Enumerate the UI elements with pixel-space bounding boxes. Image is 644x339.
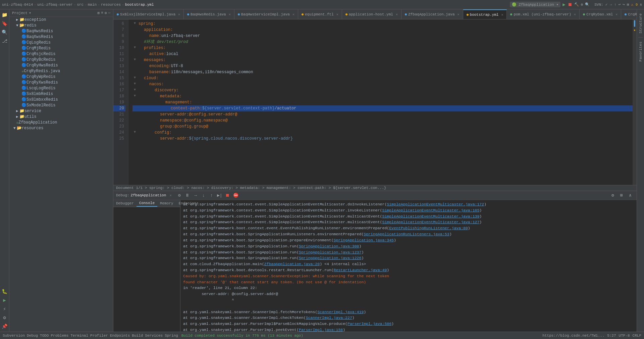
cursor-position[interactable]: 5:27	[607, 334, 616, 338]
debug-resume[interactable]: ⚙	[176, 192, 183, 199]
tree-item-cqlogredis[interactable]: 🔵 CqLogRedis	[9, 40, 113, 45]
tree-item-service[interactable]: ▶ 📁 service	[9, 108, 113, 114]
tree-item-sx8lmbredis[interactable]: 🔵 Sx8lmbRedis	[9, 91, 113, 97]
settings-button[interactable]: ⚙	[581, 2, 583, 7]
tab-close[interactable]: ✕	[615, 12, 618, 16]
fold-icon[interactable]: ▼	[134, 57, 139, 62]
fold-icon[interactable]: ▼	[134, 45, 139, 50]
tab-close[interactable]: ✕	[292, 12, 294, 16]
tree-collapse-icon[interactable]: ≡	[101, 11, 103, 15]
link-eventPublishingRunListener-80[interactable]: EventPublishingRunListener.java:80	[389, 226, 468, 230]
link-parserImpl-586[interactable]: ParserImpl.java:586	[347, 322, 391, 326]
tab-crqrydao[interactable]: CrqRyDao.xml ✕	[580, 9, 621, 19]
dropdown-icon[interactable]: ▾	[29, 11, 31, 15]
tree-item-baqhwsredis[interactable]: 🔵 BaqHwsRedis	[9, 28, 113, 34]
tab-apphost[interactable]: application-host.yml ✕	[342, 9, 401, 19]
terminal-tab[interactable]: Terminal	[70, 334, 88, 338]
problems-tab[interactable]: Problems	[51, 334, 68, 338]
todo-tab[interactable]: TODO	[40, 334, 49, 338]
run-button[interactable]: ▶	[562, 2, 565, 7]
fold-icon[interactable]: ▼	[134, 87, 139, 92]
tree-item-crqrsjcredis[interactable]: 🔵 CrqRsjcRedis	[9, 51, 113, 57]
tree-item-redis[interactable]: ▼ 📂 redis	[9, 22, 113, 28]
debug-step-out[interactable]: ↑	[208, 192, 215, 199]
debug-status-tab[interactable]: Debug	[27, 334, 38, 338]
subtab-console[interactable]: Console	[137, 200, 157, 207]
build-button[interactable]: 🔨	[574, 2, 579, 7]
link-springApplicationRunListeners-53[interactable]: SpringApplicationRunListeners.java:53	[364, 232, 449, 236]
debug-session-name[interactable]: ZfbaqApplication ✕	[131, 193, 172, 197]
favorites-panel-toggle[interactable]: Favorites	[638, 40, 643, 63]
tab-zfbaqapp[interactable]: ZfbaqApplication.java ✕	[401, 9, 463, 19]
link-parserImpl-158[interactable]: ParserImpl.java:158	[299, 328, 343, 332]
debug-settings-icon[interactable]: ⚙	[609, 192, 616, 199]
tree-item-zfbaqapp[interactable]: ☕ ZfbaqApplication	[9, 119, 113, 125]
tree-item-sxmodelredis[interactable]: 🔵 SxModelRedis	[9, 102, 113, 108]
debug-run-cursor[interactable]: ▶|	[216, 192, 223, 199]
tree-item-crqrybcredis[interactable]: 🔵 CrqRyBcRedis	[9, 57, 113, 62]
tree-item-resources[interactable]: ▼ 📂 resources	[9, 125, 113, 131]
link-restartLauncher-49[interactable]: RestartLauncher.java:49	[334, 268, 387, 272]
tree-gear-icon[interactable]: ⚙	[105, 11, 107, 15]
tree-item-utils[interactable]: ▶ 📁 utils	[9, 114, 113, 119]
spring-tab[interactable]: Spring	[165, 334, 178, 338]
endpoints-status-tab[interactable]: Endpoints	[110, 334, 130, 338]
link-scannerImpl-227[interactable]: ScannerImpl.java:227	[306, 316, 352, 320]
tab-bootstrap[interactable]: bootstrap.yml ✕	[463, 9, 507, 19]
tree-item-crqryhwsredis[interactable]: 🔵 CrqRyHwsRedis	[9, 62, 113, 68]
editor-scroll-indicator[interactable]	[633, 19, 637, 185]
tab-close[interactable]: ✕	[574, 12, 576, 16]
encoding-info[interactable]: UTF-8	[619, 334, 630, 338]
run-icon[interactable]: ▶	[1, 296, 9, 304]
vcs-icon[interactable]: ⎇	[1, 37, 9, 45]
breadcrumb-part-3[interactable]: src	[77, 3, 84, 7]
build-tab[interactable]: Build	[132, 334, 143, 338]
subtab-memory[interactable]: Memory	[157, 200, 176, 207]
tree-item-sx8lmbxxredis[interactable]: 🔵 Sx8lmbxxRedis	[9, 97, 113, 102]
vcs-button[interactable]: ⊞	[627, 2, 629, 7]
fold-icon[interactable]: ▼	[134, 93, 139, 98]
search-button[interactable]: 🔍	[585, 2, 590, 7]
breadcrumb-part-5[interactable]: resources	[101, 3, 121, 7]
stop-button[interactable]: ⏹	[568, 2, 572, 7]
tree-item-lscqlogredis[interactable]: 🔵 LscqLogRedis	[9, 85, 113, 91]
tree-item-crqmjredis[interactable]: 🔵 CrqMjRedis	[9, 45, 113, 51]
breadcrumb-part-2[interactable]: uni-zfbaq-server	[37, 3, 73, 7]
link-scannerImpl-419[interactable]: ScannerImpl.java:419	[317, 310, 364, 314]
undo-button[interactable]: ↩	[619, 2, 621, 7]
project-icon[interactable]: 📁	[1, 11, 9, 19]
profiler-tab[interactable]: Profiler	[90, 334, 108, 338]
fold-icon[interactable]: ▼	[134, 21, 139, 26]
tree-item-baqxwsredis[interactable]: 🔵 BaqXwsRedis	[9, 34, 113, 40]
warnings-count[interactable]: ⚠ 9	[631, 2, 638, 7]
fold-icon[interactable]: ▼	[134, 81, 139, 86]
link-simpleApplicationEventMulticaster-139[interactable]: SimpleApplicationEventMulticaster.java:1…	[382, 214, 480, 219]
fold-icon[interactable]: ▼	[134, 130, 139, 135]
bookmark-icon[interactable]: 🔖	[1, 19, 9, 28]
tab-close[interactable]: ✕	[229, 12, 231, 16]
subtab-debugger[interactable]: Debugger	[113, 200, 137, 207]
tab-close[interactable]: ✕	[396, 12, 398, 16]
debug-icon[interactable]: 🐛	[1, 287, 9, 295]
debug-session-close[interactable]: ✕	[170, 194, 172, 197]
code-editor[interactable]: ▼ spring: application: name: uni-zfbaq-s…	[128, 19, 633, 185]
services-tab[interactable]: Services	[145, 334, 163, 338]
debug-pause[interactable]: ⏸	[184, 192, 191, 199]
tab-equipment[interactable]: equipment.ftl ✕	[298, 9, 342, 19]
tab-baqhwsredis[interactable]: BaqHwsRedis.java ✕	[184, 9, 234, 19]
link-simpleApplicationEventMulticaster-165[interactable]: SimpleApplicationEventMulticaster.java:1…	[382, 208, 480, 212]
link-springApplication-1226[interactable]: SpringApplication.java:1226	[299, 256, 361, 260]
structure-panel-toggle[interactable]: Structure	[638, 12, 643, 35]
pin-icon[interactable]: 📌	[1, 322, 9, 330]
line-sep-info[interactable]: CRLF	[633, 334, 641, 338]
tab-close[interactable]: ✕	[336, 12, 338, 16]
debug-hide-icon[interactable]: ∧	[627, 192, 634, 199]
tab-baqhwsservice[interactable]: BaqHwsServiceImpl.java ✕	[234, 9, 298, 19]
tree-item-crqryxwsredis[interactable]: 🔵 CrqRyXwsRedis	[9, 80, 113, 85]
tab-close[interactable]: ✕	[458, 12, 460, 16]
tab-pom[interactable]: pom.xml (uni-zfbaq-server) ✕	[507, 9, 580, 19]
tab-crqryentity[interactable]: CrqRyEntity.java ✕	[621, 9, 637, 19]
fold-icon[interactable]: ▼	[134, 75, 139, 80]
expand-button[interactable]: ∧	[640, 2, 642, 7]
debug-step-into[interactable]: ↓	[200, 192, 207, 199]
